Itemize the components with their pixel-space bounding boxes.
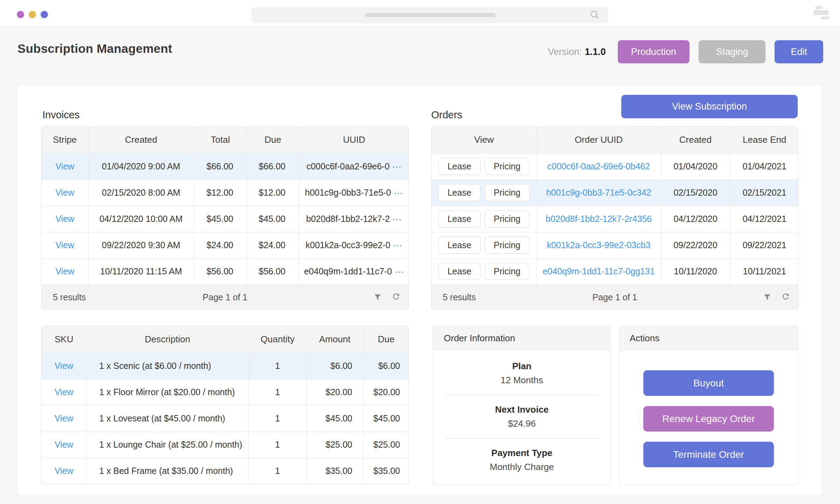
order-row[interactable]: LeasePricing k001k2a-0cc3-99e2-03cb3 09/… [432, 232, 798, 258]
sku-view-link[interactable]: View [55, 387, 74, 397]
window-control-dot-indigo[interactable] [41, 11, 48, 18]
window-control-dot-purple[interactable] [17, 11, 24, 18]
orders-table: View Order UUID Created Lease End LeaseP… [431, 126, 798, 309]
divider [446, 438, 598, 439]
invoice-total: $12.00 [194, 180, 247, 206]
order-uuid-link[interactable]: e040q9m-1dd1-11c7-0gg131 [542, 266, 655, 276]
browser-chrome [0, 0, 840, 26]
order-lease-end: 09/22/2021 [730, 232, 798, 258]
lease-button[interactable]: Lease [438, 237, 480, 254]
order-information-panel: Order Information Plan 12 Months Next In… [433, 326, 611, 485]
order-row[interactable]: LeasePricing h001c9g-0bb3-71e5-0c342 02/… [432, 180, 798, 206]
order-created: 10/11/2020 [661, 258, 730, 285]
lease-button[interactable]: Lease [438, 184, 480, 201]
invoice-due: $24.00 [247, 232, 299, 258]
pricing-button[interactable]: Pricing [485, 158, 530, 175]
browser-search-bar[interactable] [252, 7, 608, 23]
window-control-dot-yellow[interactable] [29, 11, 36, 18]
order-created: 09/22/2020 [661, 232, 730, 258]
order-uuid-link[interactable]: k001k2a-0cc3-99e2-03cb3 [547, 240, 650, 250]
refresh-icon[interactable] [781, 293, 790, 301]
filter-icon[interactable] [763, 293, 771, 301]
field-value-next-invoice: $24.96 [433, 418, 610, 429]
field-value-payment-type: Monthly Charge [433, 462, 610, 472]
order-uuid-link[interactable]: b020d8f-1bb2-12k7-2r4356 [546, 214, 652, 224]
search-icon[interactable] [590, 10, 597, 18]
order-row[interactable]: LeasePricing b020d8f-1bb2-12k7-2r4356 04… [432, 206, 798, 232]
sku-col-description: Description [86, 326, 248, 353]
orders-header-row: View Order UUID Created Lease End [432, 127, 798, 153]
sku-view-link[interactable]: View [55, 413, 74, 423]
buyout-button[interactable]: Buyout [643, 370, 774, 396]
window-menu-icon[interactable] [813, 6, 831, 19]
lease-button[interactable]: Lease [438, 210, 480, 227]
orders-section-title: Orders [431, 109, 462, 121]
pricing-button[interactable]: Pricing [485, 184, 530, 201]
line-item-row[interactable]: View 1 x Bed Frame (at $35.00 / month) 1… [42, 458, 409, 484]
filter-icon[interactable] [373, 293, 382, 301]
view-subscription-button[interactable]: View Subscription [621, 95, 798, 118]
uuid-ellipsis-icon[interactable]: ··· [393, 242, 402, 250]
order-uuid-link[interactable]: h001c9g-0bb3-71e5-0c342 [546, 188, 651, 197]
invoice-view-link[interactable]: View [55, 188, 74, 197]
order-row[interactable]: LeasePricing c000c6f-0aa2-69e6-0b462 01/… [432, 153, 798, 180]
invoice-view-link[interactable]: View [55, 240, 74, 250]
invoice-row[interactable]: View 04/12/2020 10:00 AM $45.00 $45.00 b… [42, 206, 409, 232]
divider [446, 395, 598, 395]
renew-legacy-order-button[interactable]: Renew Legacy Order [643, 406, 774, 432]
uuid-ellipsis-icon[interactable]: ··· [394, 189, 403, 197]
item-quantity: 1 [248, 432, 307, 458]
invoice-row[interactable]: View 02/15/2020 8:00 AM $12.00 $12.00 h0… [42, 180, 409, 206]
item-due: $6.00 [363, 353, 409, 379]
item-amount: $25.00 [307, 432, 363, 458]
item-quantity: 1 [248, 353, 307, 379]
order-row[interactable]: LeasePricing e040q9m-1dd1-11c7-0gg131 10… [432, 258, 798, 285]
pricing-button[interactable]: Pricing [485, 237, 530, 254]
lease-button[interactable]: Lease [438, 158, 480, 175]
sku-view-link[interactable]: View [55, 466, 74, 476]
invoice-due: $12.00 [247, 180, 299, 206]
order-created: 01/04/2020 [661, 153, 730, 180]
results-count: 5 results [53, 292, 86, 302]
invoice-created: 09/22/2020 9:30 AM [88, 232, 194, 258]
invoice-row[interactable]: View 09/22/2020 9:30 AM $24.00 $24.00 k0… [42, 232, 409, 258]
orders-col-uuid: Order UUID [537, 127, 661, 153]
invoice-row[interactable]: View 10/11/2020 11:15 AM $56.00 $56.00 e… [42, 258, 409, 285]
order-uuid-link[interactable]: c000c6f-0aa2-69e6-0b462 [547, 161, 650, 171]
item-due: $35.00 [363, 458, 409, 484]
production-button[interactable]: Production [618, 40, 690, 63]
refresh-icon[interactable] [392, 293, 400, 301]
field-label-payment-type: Payment Type [433, 448, 610, 458]
line-item-row[interactable]: View 1 x Floor Mirror (at $20.00 / month… [42, 379, 409, 405]
invoices-pagination: 5 results Page 1 of 1 [42, 285, 408, 309]
sku-view-link[interactable]: View [55, 440, 74, 449]
invoice-view-link[interactable]: View [55, 214, 74, 224]
invoice-due: $66.00 [247, 153, 299, 180]
uuid-ellipsis-icon[interactable]: ··· [393, 163, 402, 171]
line-item-row[interactable]: View 1 x Loveseat (at $45.00 / month) 1 … [42, 405, 409, 432]
pricing-button[interactable]: Pricing [485, 263, 530, 280]
sku-header-row: SKU Description Quantity Amount Due [42, 326, 409, 353]
terminate-order-button[interactable]: Terminate Order [643, 442, 774, 467]
uuid-ellipsis-icon[interactable]: ··· [393, 216, 402, 223]
invoice-due: $45.00 [247, 206, 299, 232]
invoice-view-link[interactable]: View [55, 266, 74, 276]
line-item-row[interactable]: View 1 x Scenic (at $6.00 / month) 1 $6.… [42, 353, 409, 379]
line-item-row[interactable]: View 1 x Lounge Chair (at $25.00 / month… [42, 432, 409, 458]
invoices-col-uuid: UUID [299, 127, 409, 153]
version-label: Version: [548, 47, 582, 57]
pricing-button[interactable]: Pricing [485, 210, 530, 227]
edit-button[interactable]: Edit [775, 40, 823, 63]
invoice-total: $66.00 [194, 153, 247, 180]
field-value-plan: 12 Months [433, 375, 610, 386]
sku-view-link[interactable]: View [55, 361, 74, 371]
lease-button[interactable]: Lease [438, 263, 480, 280]
item-quantity: 1 [248, 379, 307, 405]
invoice-view-link[interactable]: View [55, 161, 74, 171]
invoice-row[interactable]: View 01/04/2020 9:00 AM $66.00 $66.00 c0… [42, 153, 409, 180]
uuid-ellipsis-icon[interactable]: ··· [395, 268, 404, 276]
staging-button[interactable]: Staging [699, 40, 766, 63]
results-count: 5 results [443, 292, 476, 302]
invoices-col-total: Total [194, 127, 247, 153]
orders-col-view: View [432, 127, 537, 153]
